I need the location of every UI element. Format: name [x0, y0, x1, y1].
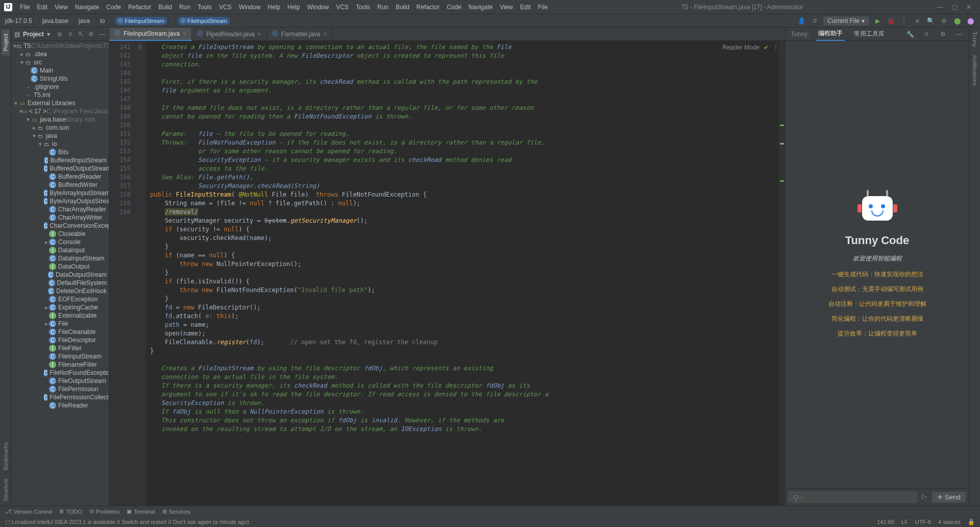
- todo-tab[interactable]: ≣TODO: [59, 508, 82, 515]
- menu-navigate[interactable]: Navigate: [465, 4, 496, 11]
- reader-mode-toggle[interactable]: Reader Mode ✔ ⋮: [722, 44, 779, 51]
- run-icon[interactable]: ▶: [873, 16, 882, 26]
- menu-file[interactable]: File: [534, 4, 551, 11]
- breadcrumb-item[interactable]: java.base: [42, 17, 68, 25]
- indent-settings[interactable]: 4 spaces: [938, 519, 961, 525]
- status-message[interactable]: ▢ Localized IntelliJ IDEA 2023.1 is avai…: [5, 519, 249, 525]
- tree-item[interactable]: ▸CExpiringCache: [11, 303, 109, 312]
- menu-edit[interactable]: Edit: [517, 4, 534, 11]
- close-button[interactable]: ✕: [962, 4, 976, 11]
- menu-edit[interactable]: Edit: [33, 4, 51, 11]
- terminal-tab[interactable]: ▣Terminal: [127, 508, 155, 515]
- tree-item[interactable]: ▾🗀java: [11, 132, 109, 140]
- tree-item[interactable]: ▸🗀.idea: [11, 50, 109, 58]
- tree-item[interactable]: CFilePermissionCollection: [11, 393, 109, 401]
- tree-item[interactable]: CByteArrayOutputStream: [11, 197, 109, 205]
- cursor-position[interactable]: 141:69: [877, 519, 894, 525]
- tunny-input[interactable]: [789, 492, 917, 502]
- menu-help[interactable]: Help: [264, 4, 284, 11]
- menu-help[interactable]: Help: [284, 4, 304, 11]
- gear-icon[interactable]: ⚙: [88, 30, 95, 39]
- collapse-all-icon[interactable]: ⇱: [77, 30, 85, 39]
- tree-item[interactable]: CFileOutputStream: [11, 377, 109, 385]
- plugin2-icon[interactable]: ⬤: [966, 16, 975, 26]
- tunny-tab-assistant[interactable]: 编程助手: [816, 27, 845, 41]
- file-encoding[interactable]: UTF-8: [915, 519, 931, 525]
- tree-item[interactable]: IDataOutput: [11, 262, 109, 271]
- menu-code[interactable]: Code: [103, 4, 125, 11]
- minimize-button[interactable]: —: [933, 4, 947, 11]
- tree-item[interactable]: CByteArrayInputStream: [11, 189, 109, 197]
- tree-item[interactable]: IFileFilter: [11, 344, 109, 352]
- menu-tools[interactable]: Tools: [352, 4, 374, 11]
- editor-tab[interactable]: ⓒPipedReader.java×: [192, 28, 267, 41]
- list-icon[interactable]: ≡: [922, 30, 931, 39]
- editor-tab[interactable]: ⓒFileInputStream.java×: [109, 28, 192, 41]
- structure-tool-tab[interactable]: Structure: [2, 474, 10, 506]
- gear-icon[interactable]: ⚙: [938, 30, 947, 39]
- tree-item[interactable]: ▾🗀T5 C:\Users\MK\IdeaProjects\T5: [11, 42, 109, 50]
- breadcrumb-item[interactable]: java: [79, 17, 90, 25]
- debug-icon[interactable]: 🐞: [886, 16, 895, 26]
- tree-item[interactable]: CBufferedOutputStream: [11, 164, 109, 173]
- tree-item[interactable]: ▸CConsole: [11, 238, 109, 246]
- wrench-icon[interactable]: 🔧: [905, 30, 915, 39]
- menu-refactor[interactable]: Refactor: [125, 4, 155, 11]
- select-opened-icon[interactable]: ⊕: [56, 30, 64, 39]
- menu-vcs[interactable]: VCS: [215, 4, 235, 11]
- bookmarks-tool-tab[interactable]: Bookmarks: [2, 438, 10, 474]
- tree-item[interactable]: CBufferedWriter: [11, 181, 109, 189]
- tree-item[interactable]: CFileInputStream: [11, 352, 109, 361]
- hide-panel-icon[interactable]: —: [98, 30, 106, 39]
- menu-code[interactable]: Code: [443, 4, 465, 11]
- tunny-tool-tab[interactable]: Tunny: [971, 28, 979, 51]
- tree-item[interactable]: CMain: [11, 66, 109, 75]
- tree-item[interactable]: CBits: [11, 148, 109, 156]
- editor-minimap[interactable]: [779, 41, 785, 506]
- tunny-tab-tools[interactable]: 常用工具库: [852, 28, 887, 40]
- tree-item[interactable]: ▸CFile: [11, 320, 109, 328]
- breadcrumb-item[interactable]: ⓒFileInputStream: [178, 17, 230, 25]
- notifications-tool-tab[interactable]: Notifications: [971, 51, 979, 90]
- tree-item[interactable]: ▫T5.iml: [11, 91, 109, 99]
- tree-item[interactable]: CDeleteOnExitHook: [11, 287, 109, 295]
- plugin-icon[interactable]: ⬤: [952, 16, 962, 26]
- menu-window[interactable]: Window: [235, 4, 264, 11]
- readonly-icon[interactable]: 🔒: [968, 519, 975, 525]
- tree-item[interactable]: ▾▭java.base library root: [11, 115, 109, 124]
- tree-item[interactable]: CCharArrayWriter: [11, 213, 109, 222]
- services-tab[interactable]: ⊞Services: [162, 508, 190, 515]
- menu-build[interactable]: Build: [392, 4, 413, 11]
- settings-icon[interactable]: ⚙: [939, 16, 948, 26]
- stop-icon[interactable]: ■: [913, 16, 922, 26]
- tree-item[interactable]: IFilenameFilter: [11, 361, 109, 369]
- project-tree[interactable]: ▾🗀T5 C:\Users\MK\IdeaProjects\T5▸🗀.idea▾…: [11, 41, 109, 506]
- tree-item[interactable]: ▸🗀com.sun: [11, 124, 109, 132]
- close-tab-icon[interactable]: ×: [258, 31, 261, 38]
- search-icon[interactable]: 🔍: [926, 16, 935, 26]
- tree-item[interactable]: CCharConversionException: [11, 222, 109, 230]
- menu-run[interactable]: Run: [176, 4, 194, 11]
- user-icon[interactable]: 👤: [797, 16, 806, 26]
- run-config-dropdown[interactable]: Current File ▾: [823, 16, 869, 26]
- menu-window[interactable]: Window: [304, 4, 333, 11]
- menu-tools[interactable]: Tools: [194, 4, 215, 11]
- tree-item[interactable]: CBufferedReader: [11, 173, 109, 181]
- tree-item[interactable]: CBufferedInputStream: [11, 156, 109, 164]
- tree-item[interactable]: CDataInputStream: [11, 254, 109, 262]
- hide-icon[interactable]: —: [954, 30, 964, 39]
- breadcrumb-item[interactable]: io: [100, 17, 105, 25]
- close-tab-icon[interactable]: ×: [183, 30, 186, 37]
- chevron-down-icon[interactable]: ▾: [47, 31, 50, 38]
- more-run-icon[interactable]: ⋮: [899, 16, 909, 26]
- project-tool-tab[interactable]: Project: [2, 30, 10, 55]
- menu-file[interactable]: File: [16, 4, 33, 11]
- maximize-button[interactable]: ▢: [947, 4, 962, 11]
- line-separator[interactable]: LF: [901, 519, 908, 525]
- tree-item[interactable]: CFileDescriptor: [11, 336, 109, 344]
- tree-item[interactable]: CFilePermission: [11, 385, 109, 393]
- menu-build[interactable]: Build: [155, 4, 176, 11]
- send-arrow-icon[interactable]: ▷: [920, 492, 929, 501]
- editor-tab[interactable]: ⓒFormatter.java×: [267, 28, 333, 41]
- tree-item[interactable]: ▾🗀io: [11, 140, 109, 148]
